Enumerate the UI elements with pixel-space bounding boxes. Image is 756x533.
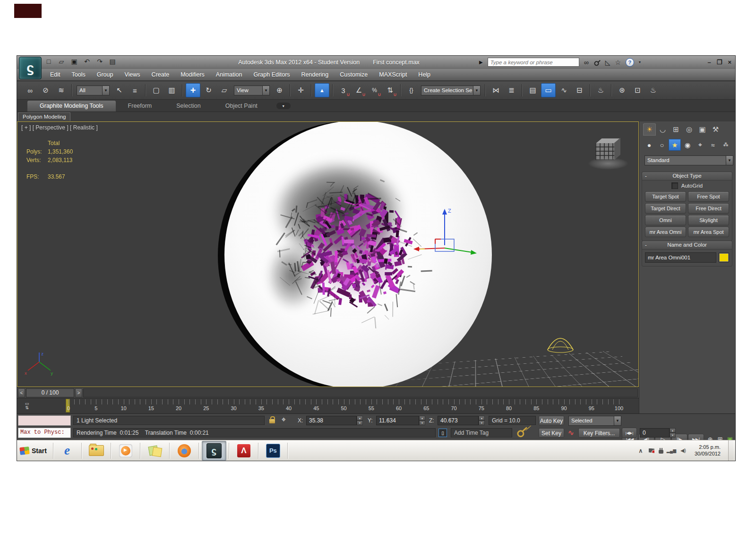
restore-button[interactable]: ❐ (717, 59, 722, 66)
viewport-header[interactable]: [ + ] [ Perspective ] [ Realistic ] (21, 124, 98, 131)
search-arrow-icon[interactable]: ▶ (479, 60, 483, 65)
spinner-snap-icon[interactable] (383, 83, 397, 97)
x-coordinate-field[interactable]: 35.38 (306, 416, 363, 425)
previous-frame-slider-button[interactable]: < (18, 388, 25, 397)
key-filters-button[interactable]: Key Filters... (578, 428, 620, 438)
action-center-icon[interactable] (649, 448, 654, 453)
panel-tab-motion[interactable] (683, 123, 696, 136)
expand-tray-icon[interactable] (637, 447, 644, 454)
menu-views[interactable]: Views (119, 69, 146, 80)
light-type-target-spot[interactable]: Target Spot (645, 191, 686, 202)
collapse-icon[interactable]: - (645, 172, 647, 180)
mirror-icon[interactable] (489, 83, 503, 97)
light-type-free-spot[interactable]: Free Spot (688, 191, 729, 202)
start-button[interactable]: Start (17, 440, 52, 461)
panel-tab-hierarchy[interactable] (670, 123, 682, 136)
category-lights[interactable] (669, 139, 681, 151)
open-file-icon[interactable] (57, 58, 66, 65)
select-by-name-icon[interactable] (128, 83, 142, 97)
close-button[interactable]: × (728, 59, 731, 66)
menu-customize[interactable]: Customize (334, 69, 373, 80)
minimize-button[interactable]: – (708, 59, 711, 66)
category-shapes[interactable] (656, 139, 668, 151)
taskbar-clock[interactable]: 2:05 p.m. 30/09/2012 (692, 444, 723, 457)
perspective-viewport[interactable]: [ + ] [ Perspective ] [ Realistic ] Tota… (17, 121, 639, 387)
align-icon[interactable] (504, 83, 519, 97)
next-frame-slider-button[interactable]: > (75, 388, 82, 397)
category-geometry[interactable] (643, 139, 655, 151)
new-scene-icon[interactable] (44, 58, 53, 65)
rect-selection-region-icon[interactable] (149, 83, 163, 97)
purple-structure[interactable] (17, 122, 638, 387)
time-slider[interactable]: 0 / 100 (26, 388, 74, 397)
render-setup-icon[interactable] (593, 83, 608, 97)
key-selection-dropdown[interactable]: Selected (568, 416, 621, 426)
ribbon-dropdown-icon[interactable] (276, 103, 291, 109)
select-and-move-icon[interactable] (186, 83, 200, 97)
ribbon-tab-object-paint[interactable]: Object Paint (213, 101, 270, 112)
angle-snap-icon[interactable] (352, 83, 366, 97)
z-spinner[interactable] (479, 416, 485, 425)
taskbar-app-photoshop[interactable]: Ps (261, 441, 285, 460)
application-menu-button[interactable] (19, 57, 42, 79)
select-and-scale-icon[interactable] (217, 83, 232, 97)
lock-selection-icon[interactable] (269, 419, 275, 423)
add-time-tag[interactable]: Add Time Tag (451, 428, 512, 438)
select-object-icon[interactable] (112, 83, 127, 97)
class-dropdown-arrow-icon[interactable] (726, 155, 733, 165)
light-type-skylight[interactable]: Skylight (688, 215, 729, 225)
curve-editor-icon[interactable] (557, 83, 571, 97)
menu-help[interactable]: Help (412, 69, 436, 80)
frame-spinner[interactable] (670, 428, 676, 438)
menu-tools[interactable]: Tools (66, 69, 91, 80)
taskbar-app-media-player[interactable] (114, 441, 137, 460)
redo-icon[interactable] (95, 58, 104, 65)
maxscript-mini-listener[interactable] (18, 415, 71, 426)
dropdown-arrow-icon[interactable] (614, 416, 621, 426)
ribbon-tab-selection[interactable]: Selection (164, 101, 213, 112)
panel-tab-modify[interactable] (656, 123, 669, 136)
class-dropdown[interactable]: Standard (644, 155, 733, 165)
network-icon[interactable] (668, 448, 675, 453)
select-and-manipulate-icon[interactable] (293, 83, 308, 97)
taskbar-app-internet-explorer[interactable]: e (55, 441, 79, 460)
menu-graph-editors[interactable]: Graph Editors (248, 69, 295, 80)
z-coordinate-field[interactable]: 40.673 (438, 416, 485, 425)
collapse-icon[interactable]: - (645, 241, 647, 249)
schematic-view-icon[interactable] (572, 83, 587, 97)
set-key-button[interactable]: Set Key (539, 428, 564, 438)
help-button[interactable]: ? (626, 58, 634, 67)
light-type-mr-area-spot[interactable]: mr Area Spot (688, 227, 729, 237)
undo-icon[interactable] (83, 58, 91, 65)
light-type-target-direct[interactable]: Target Direct (645, 203, 686, 214)
ribbon-tab-freeform[interactable]: Freeform (116, 101, 164, 112)
light-type-mr-area-omni[interactable]: mr Area Omni (645, 227, 686, 237)
toggle-ribbon-icon[interactable] (541, 83, 556, 97)
menu-maxscript[interactable]: MAXScript (373, 69, 412, 80)
unlink-selection-icon[interactable] (38, 83, 53, 97)
ribbon-panel-polygon-modeling[interactable]: Polygon Modeling (18, 112, 70, 121)
y-coordinate-field[interactable]: 11.634 (376, 416, 425, 425)
product-key-icon[interactable] (592, 57, 602, 67)
box-object[interactable] (587, 138, 632, 171)
taskbar-app-file-explorer[interactable] (85, 441, 108, 460)
percent-snap-icon[interactable] (367, 83, 382, 97)
project-folder-icon[interactable] (108, 58, 117, 65)
menu-create[interactable]: Create (146, 69, 175, 80)
menu-animation[interactable]: Animation (210, 69, 248, 80)
x-spinner[interactable] (357, 416, 363, 425)
taskbar-app-3ds-max[interactable] (202, 441, 226, 461)
dropdown-arrow-icon[interactable] (102, 86, 110, 95)
manage-layers-icon[interactable] (525, 83, 540, 97)
current-frame-field[interactable]: 0 (640, 428, 676, 438)
autogrid-checkbox[interactable] (671, 182, 678, 189)
taskbar-app-firefox[interactable] (172, 441, 196, 460)
maxscript-command-field[interactable]: Max to Physc: (18, 428, 71, 438)
selection-filter-value-dropdown[interactable]: All (77, 86, 110, 95)
material-editor-icon[interactable] (615, 83, 629, 97)
snaps-toggle-icon[interactable]: 3 (336, 83, 351, 97)
dropdown-arrow-icon[interactable] (262, 86, 270, 95)
menu-rendering[interactable]: Rendering (296, 69, 335, 80)
dropdown-arrow-icon[interactable] (473, 86, 481, 95)
show-desktop-button[interactable] (728, 440, 733, 461)
